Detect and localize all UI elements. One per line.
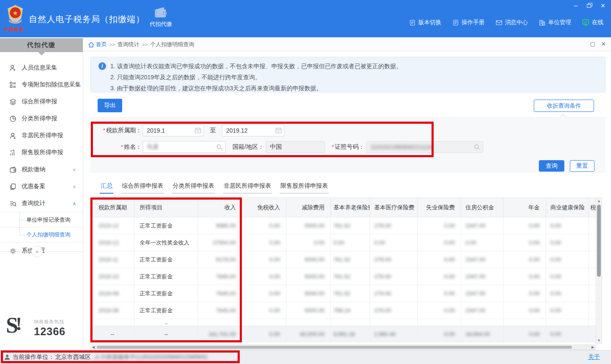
sidebar-subitem-个人扣缴明细查询[interactable]: 个人扣缴明细查询 [0, 227, 83, 242]
breadcrumb-item-query-stats[interactable]: 查询统计 [118, 41, 140, 48]
vertical-scrollbar[interactable]: ▲ ▼ [596, 197, 602, 344]
current-operating-unit: 当前操作单位：北京市西城区人力资源服务中心(91110102MA0123456X… [4, 353, 207, 361]
breadcrumb-home-link[interactable]: 首页 [88, 41, 107, 48]
table-cell-redacted-value: 0.00 [444, 273, 455, 280]
table-cell-redacted-value: 7645.00 [216, 290, 236, 297]
header-nav-操作手册[interactable]: 操作手册 [452, 19, 485, 26]
table-cell [198, 319, 242, 325]
content-maximize-icon[interactable]: ▢ [590, 41, 595, 47]
table-header-row: 税款所属期所得项目收入免税收入减除费用基本养老保险费基本医疗保险费失业保险费住房… [91, 198, 596, 217]
user-plus-icon [9, 64, 17, 72]
period-from-input[interactable]: 2019.1 [143, 125, 204, 136]
vertical-scroll-thumb[interactable] [597, 205, 601, 277]
table-cell-value: 税 [590, 204, 596, 211]
table-row[interactable]: 2019-12正常工资薪金9985.000.005000.00761.52279… [91, 217, 596, 234]
sidebar-item-查询统计[interactable]: 查询统计∧ [0, 195, 83, 212]
table-cell: 18,564.00 [461, 326, 504, 342]
sidebar-subitem-单位申报记录查询[interactable]: 单位申报记录查询 [0, 212, 83, 227]
table-row[interactable]: 2019-11正常工资薪金9178.000.005000.00761.52279… [91, 251, 596, 268]
table-cell-value: 商业健康保险 [550, 204, 585, 211]
calendar-icon[interactable] [275, 127, 282, 133]
info-icon: i [98, 62, 106, 70]
sidebar-item-限售股所得申报[interactable]: 限售股所得申报 [0, 144, 83, 161]
sidebar-item-优惠备案[interactable]: 优惠备案∨ [0, 178, 83, 195]
header-nav-版本切换[interactable]: 版本切换 [409, 19, 441, 26]
table-cell: 8,991.16 [331, 326, 370, 342]
scroll-up-arrow[interactable]: ▲ [596, 198, 602, 204]
tab-限售股所得申报表[interactable]: 限售股所得申报表 [280, 182, 329, 194]
calendar-icon[interactable] [195, 127, 201, 133]
table-cell [546, 319, 589, 325]
search-icon[interactable] [216, 144, 223, 150]
sidebar-item-非居民所得申报[interactable]: 非居民所得申报 [0, 127, 83, 144]
table-cell: 0.00 [546, 268, 589, 285]
tab-label: 分类所得申报表 [172, 182, 215, 190]
nationality-input: 中国 [266, 141, 325, 153]
sidebar-collapse-button[interactable]: « [31, 246, 43, 257]
header-nav-单位管理[interactable]: 单位管理 [539, 19, 571, 26]
module-tab-daikou-daijiao[interactable]: 代扣代缴 [147, 7, 175, 34]
table-cell-value: 全年一次性奖金收入 [140, 239, 189, 247]
window-minimize-button[interactable]: ─ [571, 2, 580, 9]
table-cell: 0.00 [242, 285, 286, 302]
table-cell-redacted-value: 5000.00 [305, 307, 325, 314]
table-cell-value: 免税收入 [257, 204, 280, 211]
notice-line-2: 2. 只能查询2019年及之后的数据，不能进行跨年度查询。 [110, 72, 402, 83]
table-row[interactable]: 2019-08正常工资薪金7645.000.005000.00798.24279… [91, 302, 596, 319]
notice-line-3: 3. 由于数据处理的滞后性，建议您在申报成功3天之后再来查询最新的申报数据。 [110, 83, 402, 94]
window-restore-button[interactable] [585, 2, 594, 9]
content-close-icon[interactable]: ✕ [601, 41, 606, 47]
sidebar-item-税款缴纳[interactable]: 税款缴纳∨ [0, 161, 83, 178]
header-nav-在线[interactable]: 在线 [582, 19, 603, 26]
required-mark: * [332, 144, 334, 150]
table-cell: 0.00 [242, 268, 286, 285]
horizontal-scrollbar[interactable]: ◀ ▶ [90, 345, 596, 350]
scroll-left-arrow[interactable]: ◀ [91, 345, 96, 350]
required-mark: * [121, 144, 123, 150]
tab-汇总[interactable]: 汇总 [100, 182, 113, 194]
table-header-商业健康保险: 商业健康保险 [546, 198, 589, 217]
window-controls: ─ ✕ [571, 2, 608, 9]
table-cell-value: 正常工资薪金 [140, 307, 173, 314]
table-cell: 761.52 [331, 285, 370, 302]
table-summary-row: ----161,741.000.0060,000.008,991.162,960… [91, 326, 596, 342]
tab-underline [172, 193, 215, 194]
sidebar-item-综合所得申报[interactable]: 综合所得申报 [0, 93, 83, 110]
svg-text:★: ★ [12, 9, 18, 17]
sidebar-item-分类所得申报[interactable]: 分类所得申报 [0, 110, 83, 127]
horizontal-scroll-thumb[interactable] [97, 346, 572, 349]
table-row[interactable]: 2019-09正常工资薪金7645.000.005000.00761.52279… [91, 285, 596, 302]
table-cell-value: 失业保险费 [426, 204, 455, 211]
table-cell-redacted-value: 0.00 [444, 222, 455, 229]
table-cell-value: 税款所属期 [98, 204, 127, 211]
table-cell-redacted-value: 0.00 [550, 290, 561, 297]
scroll-down-arrow[interactable]: ▼ [596, 338, 602, 343]
tab-分类所得申报表[interactable]: 分类所得申报表 [172, 182, 215, 194]
table-cell-value: 收入 [224, 204, 236, 211]
table-cell: 2347.00 [461, 302, 504, 319]
name-input[interactable]: 马某 [143, 141, 226, 153]
query-button[interactable]: 查询 [539, 160, 564, 172]
table-cell: 2347.00 [461, 217, 504, 234]
reset-button[interactable]: 重置 [570, 160, 594, 172]
table-row[interactable]: 2019-12全年一次性奖金收入27500.000.000.000.000.00… [91, 234, 596, 251]
window-close-button[interactable]: ✕ [598, 2, 608, 9]
logo-caption: 中国税务 [3, 26, 29, 33]
header-nav-消息中心[interactable]: 消息中心 [496, 19, 528, 26]
table-row[interactable]: 2019-10正常工资薪金7645.000.005000.00761.52279… [91, 268, 596, 285]
sidebar-item-专项附加扣除信息采集[interactable]: 专项附加扣除信息采集 [0, 76, 83, 93]
about-link[interactable]: 关于 [588, 353, 600, 361]
tab-综合所得申报表[interactable]: 综合所得申报表 [121, 182, 164, 194]
tab-非居民所得申报表[interactable]: 非居民所得申报表 [223, 182, 272, 194]
table-cell-redacted-value: 0.00 [465, 239, 476, 246]
table-cell: 279.00 [370, 268, 418, 285]
notice-panel: i 1. 该查询统计表仅能查询已申报成功的数据，不包含未申报、申报失败，已申报但… [90, 57, 605, 92]
breadcrumb: 首页 >> 查询统计 >> 个人扣缴明细查询 [88, 41, 194, 48]
period-to-input[interactable]: 2019.12 [222, 125, 285, 136]
collapse-query-button[interactable]: 收折查询条件 [534, 100, 594, 112]
export-button[interactable]: 导出 [98, 99, 122, 112]
sidebar-item-人员信息采集[interactable]: 人员信息采集 [0, 59, 83, 76]
tab-underline [100, 193, 113, 194]
scroll-right-arrow[interactable]: ▶ [590, 345, 595, 350]
table-cell-redacted-value: 0.00 [444, 239, 455, 246]
